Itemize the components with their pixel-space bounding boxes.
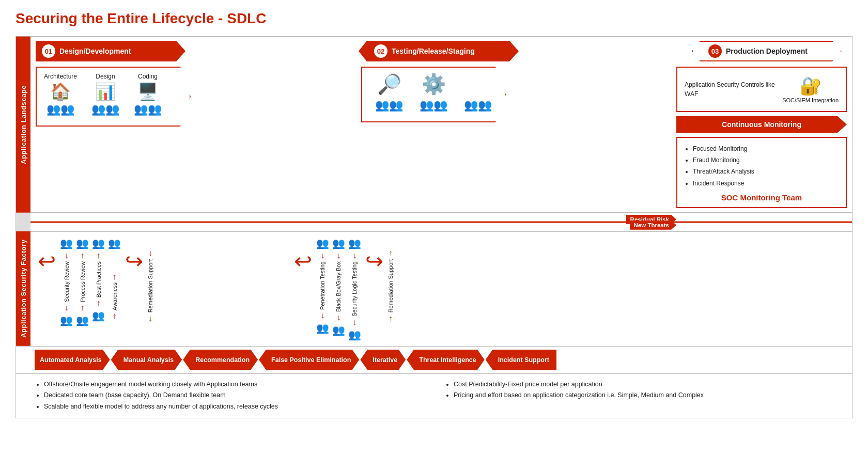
center-h-line xyxy=(30,222,852,223)
arrow-up-4b: ↑ xyxy=(113,311,117,321)
design-people: 👥👥 xyxy=(91,103,119,116)
bullet-threat: Threat/Attack Analysis xyxy=(693,166,839,177)
process-bar-row: Automated Analysis Manual Analysis Recom… xyxy=(16,346,852,373)
arrow-up-4: ↑ xyxy=(113,272,117,281)
sf-col-blackbox: 👥 ↓ Black Box/Gray Box ↓ 👥 xyxy=(331,235,346,338)
page-title: Securing the Entire Lifecycle - SDLC xyxy=(16,10,853,27)
continuous-monitoring-arrow: Continuous Monitoring xyxy=(676,116,847,133)
step-manual: Manual Analysis xyxy=(111,350,182,370)
bullet-right-2: Pricing and effort based on application … xyxy=(454,390,833,401)
people-bottom-5: 👥 xyxy=(316,322,329,334)
sf-col-best-practices: 👥 ↑ Best Practices ↑ 👥 xyxy=(91,235,106,324)
people-top-7: 👥 xyxy=(348,237,361,249)
awareness-text: Awareness xyxy=(112,283,118,310)
architecture-label: Architecture xyxy=(44,73,77,80)
arrow-down-5: ↓ xyxy=(320,251,324,260)
process-review-text: Process Review xyxy=(80,261,86,302)
step-threat-intel: Threat Intelligence xyxy=(407,350,484,370)
design-icon-group: Design 📊 👥👥 xyxy=(91,73,119,116)
curved-arrow-mid-right: ↩ xyxy=(292,250,314,272)
sec-logic-text: Security Logic Testing xyxy=(351,261,358,317)
architecture-icon: 🏠 xyxy=(50,82,71,101)
app-landscape-label: Application Landscape xyxy=(16,37,30,213)
coding-icon-group: Coding 🖥️ 👥👥 xyxy=(134,73,162,116)
arrow-up-2: ↑ xyxy=(81,251,85,260)
people-bottom-3: 👥 xyxy=(92,309,105,322)
phase-3-num: 03 xyxy=(708,44,722,58)
db-search-icon: 🔎 xyxy=(377,73,401,96)
sf-col-sec-logic: 👥 ↓ Security Logic Testing ↓ 👥 xyxy=(347,235,362,343)
people-top-2: 👥 xyxy=(76,237,89,249)
arrow-down-5b: ↓ xyxy=(320,311,324,320)
arrow-down-6: ↓ xyxy=(336,251,340,260)
coding-people: 👥👥 xyxy=(134,103,162,116)
phase-1-label: Design/Development xyxy=(59,47,131,55)
arrow-up-r2b: ↑ xyxy=(389,314,393,323)
sf-col-remediation-1: ↓ Remediation Support ↓ xyxy=(146,235,154,325)
bullet-left-3: Scalable and flexible model to address a… xyxy=(44,401,424,413)
arrow-down-6b: ↓ xyxy=(336,313,340,322)
people-bottom-6: 👥 xyxy=(332,324,345,336)
coding-icon: 🖥️ xyxy=(137,82,158,101)
bottom-bullets-row: Offshore/Onsite engagement model working… xyxy=(16,373,852,418)
db-search-people: 👥👥 xyxy=(375,99,403,112)
step-false-positive: False Positive Elimination xyxy=(259,350,359,370)
production-panel: Application Security Controls like WAF 🔐… xyxy=(676,67,847,208)
phase-headers: 01 Design/Development 02 Testing/Release… xyxy=(36,41,847,61)
arrow-down-1b: ↓ xyxy=(65,303,69,312)
people-top-6: 👥 xyxy=(332,237,345,249)
phase-3-label: Production Deployment xyxy=(726,47,808,55)
h-divider-row: Residual Risk New Threats xyxy=(16,213,852,231)
remediation-1-text: Remediation Support xyxy=(147,259,153,312)
soc-icon-group: 🔐 SOC/SIEM Integration xyxy=(782,75,839,103)
remediation-2-text: Remediation Support xyxy=(388,259,394,312)
soc-siem-text: SOC/SIEM Integration xyxy=(782,97,839,103)
curved-arrow-mid-left: ↪ xyxy=(123,250,145,272)
phase-3-header: 03 Production Deployment xyxy=(692,41,842,61)
sf-col-remediation-2: ↑ Remediation Support ↑ xyxy=(386,235,395,325)
phase-1-header: 01 Design/Development xyxy=(36,41,185,61)
arrow-down-7: ↓ xyxy=(352,251,357,260)
bullet-fraud: Fraud Monitoring xyxy=(693,154,839,166)
extra-people: 👥👥 xyxy=(464,73,492,112)
best-practices-text: Best Practices xyxy=(96,261,102,297)
architecture-people: 👥👥 xyxy=(47,103,74,116)
design-icon: 📊 xyxy=(95,82,116,101)
sf-col-security-review: 👥 ↓ Security Review ↓ 👥 xyxy=(59,235,74,328)
security-review-text: Security Review xyxy=(64,261,70,302)
people-bottom-2: 👥 xyxy=(76,314,89,326)
bullet-incident: Incident Response xyxy=(693,178,839,189)
curved-arrow-right: ↪ xyxy=(363,250,385,272)
arrow-down-7b: ↓ xyxy=(352,318,357,327)
design-label: Design xyxy=(96,73,115,80)
bullet-col-right: Cost Predictability-Fixed price model pe… xyxy=(444,379,833,413)
arrow-up-3: ↑ xyxy=(97,251,101,260)
test-phase-box: 🔎 👥👥 ⚙️ 👥👥 👥👥 xyxy=(361,67,506,122)
sf-col-pen-test: 👥 ↓ Penetration Testing ↓ 👥 xyxy=(315,235,330,336)
network-people: 👥👥 xyxy=(420,99,447,112)
bullet-left-2: Dedicated core team (base capacity), On … xyxy=(44,390,424,401)
coding-label: Coding xyxy=(138,73,158,80)
soc-monitoring-box: Focused Monitoring Fraud Monitoring Thre… xyxy=(676,137,847,208)
step-incident-support: Incident Support xyxy=(486,350,556,370)
prod-box: Application Security Controls like WAF 🔐… xyxy=(676,67,847,112)
bullet-col-left: Offshore/Onsite engagement model working… xyxy=(35,379,424,413)
bullet-left-1: Offshore/Onsite engagement model working… xyxy=(44,379,424,390)
architecture-icon-group: Architecture 🏠 👥👥 xyxy=(44,73,77,116)
sf-col-process-review: 👥 ↑ Process Review ↑ 👥 xyxy=(75,235,90,328)
step-recommendation: Recommendation xyxy=(183,350,258,370)
network-group: ⚙️ 👥👥 xyxy=(420,73,447,112)
arrow-down-r1b: ↓ xyxy=(148,314,152,323)
bullet-right-1: Cost Predictability-Fixed price model pe… xyxy=(454,379,833,390)
db-search-group: 🔎 👥👥 xyxy=(375,73,403,112)
people-top-5: 👥 xyxy=(316,237,329,249)
phase-2-header: 02 Testing/Release/Staging xyxy=(359,41,519,61)
step-automated: Automated Analysis xyxy=(35,350,110,370)
people-top-4: 👥 xyxy=(108,237,121,249)
sf-col-awareness: 👥 ↑ Awareness ↑ xyxy=(107,235,122,323)
pen-test-text: Penetration Testing xyxy=(319,261,326,310)
app-security-label: Application Security Factory xyxy=(16,231,30,346)
curved-arrow-left: ↩ xyxy=(36,250,58,272)
arrow-down-1: ↓ xyxy=(65,251,69,260)
network-icon: ⚙️ xyxy=(422,73,446,96)
